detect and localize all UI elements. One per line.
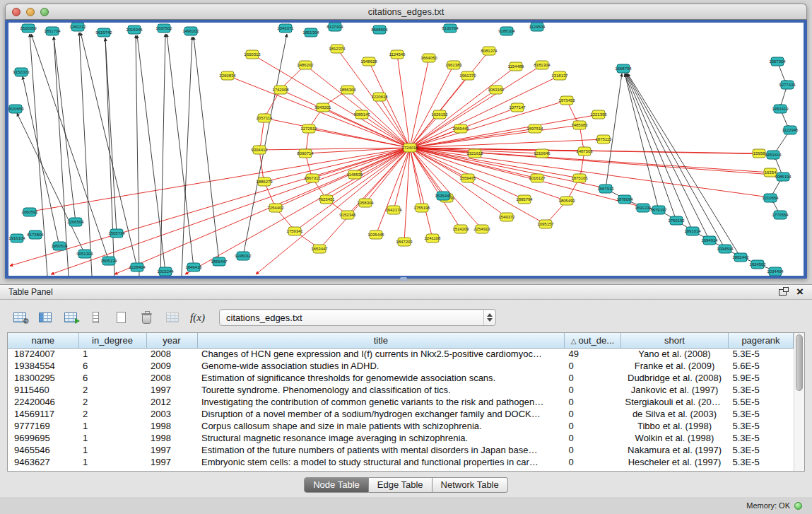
graph-node[interactable]: 1210654 [762, 194, 779, 202]
graph-node[interactable]: 1505734 [108, 229, 125, 238]
table-scrollbar-thumb[interactable] [796, 334, 803, 391]
table-row[interactable]: 1456911722003Disruption of a novel membe… [8, 408, 794, 420]
graph-node[interactable]: 9304412 [251, 146, 268, 154]
table-row[interactable]: 1938455462009Genome-wide association stu… [8, 360, 794, 372]
graph-node[interactable]: 1691234 [635, 204, 652, 212]
graph-node[interactable]: 8679197 [650, 206, 667, 214]
graph-node[interactable]: 9152023 [13, 68, 30, 76]
window-titlebar[interactable]: citations_edges.txt [5, 4, 807, 20]
panel-divider-grip[interactable] [400, 277, 407, 281]
graph-node[interactable]: 2620659 [8, 105, 24, 113]
graph-node[interactable]: 1875115 [596, 135, 613, 144]
delete-table-button[interactable] [137, 308, 156, 327]
graph-node[interactable]: 9089147 [353, 110, 370, 119]
graph-node[interactable]: 1755196 [413, 204, 430, 212]
graph-node[interactable]: 2057114 [257, 114, 273, 122]
table-scrollbar[interactable] [794, 333, 804, 471]
graph-node[interactable]: 1086194 [775, 173, 792, 181]
graph-node[interactable]: 1961383 [445, 61, 462, 69]
graph-node[interactable]: 1667913 [597, 185, 614, 193]
graph-node[interactable]: 2015046 [126, 25, 143, 34]
network-canvas[interactable]: 1856304904320112725128090714286731776234… [8, 23, 804, 276]
graph-node[interactable]: 2254913 [473, 225, 490, 233]
graph-node[interactable]: 1260212 [69, 23, 86, 31]
graph-node[interactable]: 8081374 [481, 47, 498, 55]
zoom-window-button[interactable] [40, 8, 49, 16]
rename-table-button[interactable] [163, 308, 182, 327]
graph-node[interactable]: 1637502 [155, 24, 172, 33]
graph-node[interactable]: 1650313 [244, 50, 261, 59]
graph-node[interactable]: 1973453 [558, 96, 575, 105]
graph-node[interactable]: 1016127 [529, 174, 546, 182]
graph-node[interactable]: 2060591 [21, 208, 38, 216]
graph-node[interactable]: 9051304 [76, 250, 93, 258]
close-panel-icon[interactable]: × [796, 287, 804, 297]
graph-node[interactable]: 1220618 [371, 93, 388, 101]
column-header-title[interactable]: title [197, 333, 565, 348]
graph-node[interactable]: 1124540 [389, 50, 406, 59]
graph-node[interactable]: 8181304 [534, 61, 551, 69]
float-panel-icon[interactable] [779, 289, 787, 296]
graph-node[interactable]: 9619742 [95, 28, 112, 37]
table-selector-dropdown[interactable]: citations_edges.txt [219, 309, 496, 326]
graph-node[interactable]: 1770554 [772, 211, 789, 219]
graph-node[interactable]: 2867317 [304, 174, 321, 182]
graph-node[interactable]: 8090714 [297, 149, 314, 158]
function-builder-button[interactable]: f(x) [188, 308, 207, 327]
table-row[interactable]: 2242004622012Investigating the contribut… [8, 396, 794, 408]
column-header-name[interactable]: name [8, 333, 78, 348]
graph-node[interactable]: 1668794 [615, 64, 632, 73]
graph-node[interactable]: 1916104 [8, 234, 25, 243]
graph-node[interactable]: 9186104 [498, 27, 515, 35]
graph-node[interactable]: 1724016 [401, 144, 418, 152]
graph-node[interactable]: 1154489 [508, 62, 525, 71]
graph-node[interactable]: 1859447 [211, 257, 228, 266]
graph-node[interactable]: 1957304 [769, 57, 786, 66]
graph-node[interactable]: 1514209 [452, 225, 469, 233]
graph-node[interactable]: 1486202 [297, 61, 314, 69]
graph-node[interactable]: 1124504 [529, 23, 546, 31]
graph-node[interactable]: 1496202 [182, 27, 199, 35]
graph-node[interactable]: 1358304 [357, 199, 374, 207]
graph-node[interactable]: 1015244 [157, 267, 174, 276]
table-row[interactable]: 969969511998Structural magnetic resonanc… [8, 432, 794, 444]
graph-node[interactable]: 8137404 [326, 23, 343, 31]
new-table-button[interactable] [112, 308, 131, 327]
table-row[interactable]: 1830029562008Estimation of significance … [8, 372, 794, 384]
graph-node[interactable]: 8130704 [442, 24, 459, 33]
import-table-button[interactable] [61, 308, 80, 327]
graph-node[interactable]: 2069449 [452, 124, 469, 133]
graph-node[interactable]: 2266504 [67, 218, 84, 226]
graph-node[interactable]: 1950514 [51, 242, 68, 250]
graph-node[interactable]: 1760192 [668, 216, 685, 225]
tab-node-table[interactable]: Node Table [304, 477, 369, 493]
graph-node[interactable]: 9245012 [235, 252, 252, 260]
graph-node[interactable]: 2228404 [129, 263, 146, 271]
graph-node[interactable]: 1694914 [701, 236, 718, 245]
graph-node[interactable]: 1559475 [459, 174, 476, 182]
graph-node[interactable]: 1875105 [571, 174, 588, 182]
graph-node[interactable]: 2620059 [20, 24, 37, 33]
graph-node[interactable]: 2241108 [425, 234, 442, 243]
column-header-year[interactable]: year [146, 333, 197, 348]
graph-node[interactable]: 1221395 [590, 110, 607, 119]
graph-node[interactable]: 1549372 [498, 213, 515, 221]
table-row[interactable]: 1872400712008Changes of HCN gene express… [8, 348, 794, 360]
graph-node[interactable]: 1892442 [732, 253, 749, 262]
table-settings-button[interactable]: ⚙ [10, 308, 29, 327]
network-view[interactable]: 1856304904320112725128090714286731776234… [5, 20, 807, 279]
graph-node[interactable]: 1642174 [385, 206, 402, 214]
graph-node[interactable]: 1812374 [329, 45, 346, 53]
graph-node[interactable]: 1759341 [286, 227, 303, 235]
table-row[interactable]: 946362711997Embryonic stem cells: a mode… [8, 456, 794, 468]
column-header-pagerank[interactable]: pagerank [729, 333, 794, 348]
graph-node[interactable]: 7254402 [267, 204, 284, 212]
minimize-window-button[interactable] [26, 8, 35, 16]
graph-node[interactable]: 7485083 [571, 121, 588, 129]
graph-node[interactable]: 2043371 [277, 24, 294, 33]
graph-node[interactable]: 1626152 [431, 110, 448, 119]
graph-node[interactable]: 1210646 [534, 149, 551, 158]
column-visibility-button[interactable] [35, 308, 54, 327]
graph-node[interactable]: 1851304 [302, 28, 319, 37]
graph-node[interactable]: 7623451 [318, 195, 335, 204]
